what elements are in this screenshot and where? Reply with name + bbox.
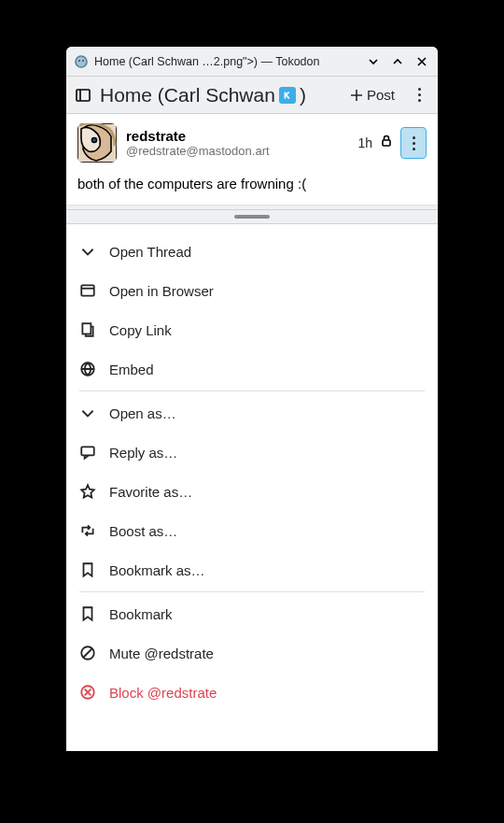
page-title-suffix: ) [300, 84, 306, 106]
post[interactable]: redstrate @redstrate@mastodon.art 1h bot… [66, 114, 438, 206]
post-content: both of the computers are frowning :( [77, 174, 427, 193]
app-window: Home (Carl Schwan …2.png">) — Tokodon Ho… [66, 47, 438, 751]
menu-open-thread[interactable]: Open Thread [66, 232, 438, 271]
lock-icon [380, 135, 393, 151]
minimize-button[interactable] [365, 53, 382, 70]
menu-label: Favorite as… [109, 484, 192, 500]
sidebar-toggle-button[interactable] [74, 86, 92, 105]
svg-rect-9 [81, 285, 94, 295]
menu-separator [79, 390, 425, 391]
post-meta: 1h [357, 127, 427, 159]
menu-block[interactable]: Block @redstrate [66, 673, 438, 712]
svg-rect-13 [81, 447, 94, 455]
menu-label: Block @redstrate [109, 685, 217, 701]
menu-open-browser[interactable]: Open in Browser [66, 271, 438, 310]
avatar[interactable] [77, 123, 117, 163]
svg-rect-3 [77, 90, 90, 101]
chevron-down-icon [79, 243, 96, 260]
kebab-icon [418, 88, 421, 102]
window-controls [365, 53, 430, 70]
copy-icon [79, 321, 96, 338]
menu-bookmark[interactable]: Bookmark [66, 594, 438, 633]
svg-point-1 [78, 60, 80, 62]
star-icon [79, 483, 96, 500]
user-handle: @redstrate@mastodon.art [126, 144, 348, 158]
menu-boost-as[interactable]: Boost as… [66, 511, 438, 550]
bookmark-icon [79, 561, 96, 578]
close-button[interactable] [413, 53, 430, 70]
browser-icon [79, 282, 96, 299]
menu-reply-as[interactable]: Reply as… [66, 433, 438, 472]
boost-icon [79, 522, 96, 539]
menu-label: Open Thread [109, 244, 191, 260]
svg-rect-8 [383, 140, 390, 146]
maximize-button[interactable] [389, 53, 406, 70]
menu-label: Bookmark as… [109, 562, 205, 578]
svg-point-0 [76, 56, 87, 67]
post-header: redstrate @redstrate@mastodon.art 1h [77, 123, 427, 163]
svg-point-2 [82, 60, 84, 62]
globe-icon [79, 361, 96, 377]
menu-favorite-as[interactable]: Favorite as… [66, 472, 438, 511]
app-menu-button[interactable] [408, 84, 430, 106]
svg-rect-11 [82, 323, 91, 333]
menu-label: Embed [109, 362, 154, 377]
kebab-icon [413, 136, 415, 150]
menu-label: Bookmark [109, 606, 173, 622]
svg-point-7 [92, 138, 97, 143]
menu-bookmark-as[interactable]: Bookmark as… [66, 550, 438, 589]
display-name: redstrate [126, 128, 348, 144]
drag-handle-icon [234, 215, 270, 219]
menu-label: Open in Browser [109, 283, 214, 299]
page-title-text: Home (Carl Schwan [100, 84, 275, 106]
bookmark-icon [79, 605, 96, 622]
toolbar: Home (Carl Schwan ) Post [66, 77, 438, 114]
menu-list: Open Thread Open in Browser Copy Link Em… [66, 224, 438, 751]
post-more-button[interactable] [400, 127, 427, 159]
window-title: Home (Carl Schwan …2.png">) — Tokodon [94, 55, 359, 68]
menu-label: Copy Link [109, 322, 172, 338]
post-button-label: Post [367, 87, 395, 103]
menu-label: Open as… [109, 405, 176, 421]
mute-icon [79, 645, 96, 661]
menu-label: Reply as… [109, 445, 177, 461]
menu-label: Mute @redstrate [109, 646, 214, 661]
new-post-button[interactable]: Post [344, 83, 400, 106]
chevron-down-icon [79, 404, 96, 421]
menu-mute[interactable]: Mute @redstrate [66, 633, 438, 673]
svg-line-15 [84, 649, 92, 658]
menu-open-as[interactable]: Open as… [66, 393, 438, 433]
menu-label: Boost as… [109, 523, 177, 539]
menu-separator [79, 591, 425, 592]
post-user[interactable]: redstrate @redstrate@mastodon.art [126, 128, 348, 158]
reply-icon [79, 444, 96, 461]
page-title: Home (Carl Schwan ) [100, 84, 337, 106]
timestamp: 1h [357, 135, 372, 150]
kde-verified-badge [279, 87, 296, 104]
drag-handle-bar[interactable] [66, 209, 438, 224]
menu-embed[interactable]: Embed [66, 349, 438, 389]
menu-copy-link[interactable]: Copy Link [66, 310, 438, 349]
titlebar: Home (Carl Schwan …2.png">) — Tokodon [66, 47, 438, 77]
app-icon [74, 54, 89, 69]
block-icon [79, 684, 96, 701]
action-sheet: Open Thread Open in Browser Copy Link Em… [66, 209, 438, 751]
